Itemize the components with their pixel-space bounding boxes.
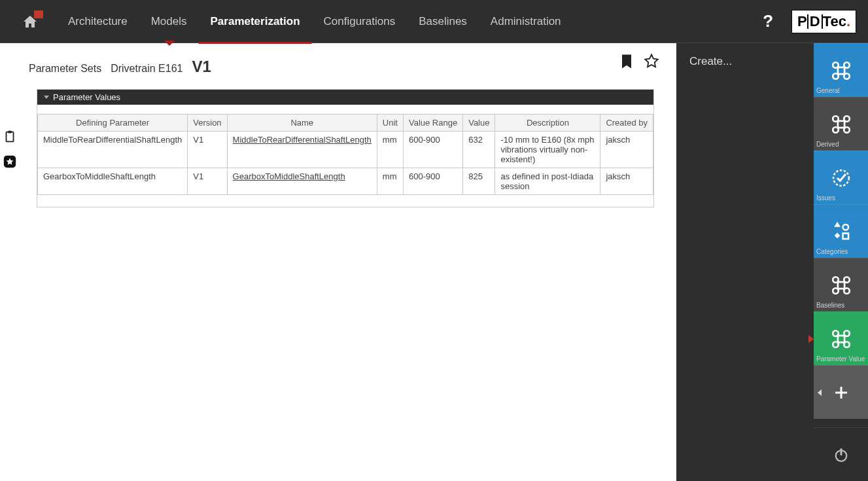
svg-point-20 (833, 342, 839, 347)
svg-rect-1 (8, 131, 12, 134)
logo: PDTec. (791, 10, 856, 33)
create-menu[interactable]: Create... (689, 55, 801, 68)
rail-issues[interactable]: Issues (814, 151, 868, 204)
svg-point-9 (833, 127, 839, 133)
col-unit[interactable]: Unit (377, 115, 403, 132)
command-icon (829, 273, 854, 298)
cell-range: 600-900 (403, 132, 462, 168)
command-icon (829, 58, 854, 83)
rail-label: Derived (816, 141, 839, 148)
breadcrumb: Parameter Sets Drivetrain E161 V1 (24, 43, 676, 82)
cell-name-link[interactable]: MiddleToRearDifferentialShaftLength (227, 132, 377, 168)
rail-label: Categories (816, 248, 848, 255)
svg-point-21 (844, 342, 850, 347)
parameter-values-table: Defining Parameter Version Name Unit Val… (37, 114, 653, 195)
cell-def: MiddleToRearDifferentialShaftLength (38, 132, 188, 168)
check-circle-icon (829, 166, 854, 190)
grid-icon (829, 219, 854, 244)
svg-point-10 (844, 127, 850, 133)
breadcrumb-version: V1 (192, 58, 211, 76)
rail-derived[interactable]: Derived (814, 97, 868, 151)
table-row[interactable]: MiddleToRearDifferentialShaftLength V1 M… (38, 132, 653, 168)
cell-value: 632 (463, 132, 495, 168)
svg-point-14 (833, 277, 839, 283)
rail-label: Parameter Value (816, 355, 865, 363)
bookmark-icon[interactable] (617, 52, 636, 71)
right-rail: General Derived Issues Categories Baseli (814, 43, 868, 481)
cell-version: V1 (188, 168, 227, 195)
clipboard-icon[interactable] (3, 130, 17, 144)
svg-point-16 (833, 288, 839, 294)
svg-point-12 (842, 224, 848, 230)
nav-models[interactable]: Models (139, 15, 199, 28)
svg-point-18 (833, 330, 839, 336)
col-created-by[interactable]: Created by (600, 115, 653, 132)
cell-version: V1 (188, 132, 227, 168)
svg-point-7 (833, 116, 839, 122)
svg-point-15 (844, 277, 850, 283)
breadcrumb-item[interactable]: Drivetrain E161 (111, 63, 182, 75)
cell-value: 825 (463, 168, 495, 195)
favorite-badge-icon[interactable] (3, 154, 17, 169)
svg-point-17 (844, 288, 850, 294)
cell-def: GearboxToMiddleShaftLength (38, 168, 188, 195)
content-area: Parameter Sets Drivetrain E161 V1 Parame… (0, 43, 676, 481)
svg-rect-13 (842, 233, 848, 239)
col-value[interactable]: Value (463, 115, 495, 132)
col-defining-parameter[interactable]: Defining Parameter (38, 115, 188, 132)
collapse-arrow-icon (818, 389, 822, 396)
table-header-row: Defining Parameter Version Name Unit Val… (38, 115, 653, 132)
svg-point-6 (844, 73, 850, 79)
cell-range: 600-900 (403, 168, 462, 195)
col-name[interactable]: Name (227, 115, 377, 132)
cell-unit: mm (377, 168, 403, 195)
notification-badge-icon (34, 10, 43, 18)
nav-architecture[interactable]: Architecture (56, 15, 139, 28)
home-icon[interactable] (22, 14, 38, 29)
plus-icon (829, 380, 854, 405)
rail-parameter-value[interactable]: Parameter Value (814, 312, 868, 365)
breadcrumb-root[interactable]: Parameter Sets (29, 63, 101, 75)
rail-spacer (814, 419, 868, 427)
rail-label: Issues (816, 194, 835, 202)
col-description[interactable]: Description (495, 115, 600, 132)
rail-add[interactable] (814, 365, 868, 419)
cell-unit: mm (377, 132, 403, 168)
cell-by: jaksch (600, 168, 653, 195)
rail-categories[interactable]: Categories (814, 204, 868, 258)
rail-label: Baselines (816, 302, 844, 309)
nav-configurations[interactable]: Configurations (312, 15, 408, 28)
svg-point-5 (833, 73, 839, 79)
nav-dropdown-indicator-icon (164, 41, 175, 46)
command-icon (829, 327, 854, 351)
col-version[interactable]: Version (188, 115, 227, 132)
top-nav: Architecture Models Parameterization Con… (0, 0, 868, 43)
panel-title: Parameter Values (53, 92, 120, 102)
panel-header[interactable]: Parameter Values (37, 90, 653, 105)
col-value-range[interactable]: Value Range (403, 115, 462, 132)
help-icon[interactable]: ? (763, 11, 773, 31)
table-row[interactable]: GearboxToMiddleShaftLength V1 GearboxToM… (38, 168, 653, 195)
rail-general[interactable]: General (814, 43, 868, 97)
rail-label: General (816, 87, 840, 94)
star-outline-icon[interactable] (642, 52, 661, 71)
rail-baselines[interactable]: Baselines (814, 258, 868, 312)
svg-rect-23 (840, 448, 842, 455)
svg-point-8 (844, 116, 850, 122)
svg-point-4 (844, 62, 850, 68)
rail-power[interactable] (814, 427, 868, 481)
parameter-values-panel: Parameter Values Defining Parameter Vers… (37, 89, 654, 207)
svg-rect-0 (7, 132, 14, 142)
command-icon (829, 112, 854, 137)
power-icon (829, 442, 854, 467)
svg-point-19 (844, 330, 850, 336)
svg-point-3 (833, 62, 839, 68)
nav-parameterization[interactable]: Parameterization (199, 15, 312, 28)
side-panel: Create... (676, 43, 814, 481)
collapse-icon (44, 96, 49, 99)
cell-name-link[interactable]: GearboxToMiddleShaftLength (227, 168, 377, 195)
cell-by: jaksch (600, 132, 653, 168)
nav-administration[interactable]: Administration (479, 15, 573, 28)
cell-desc: as defined in post-Idiada session (495, 168, 600, 195)
nav-baselines[interactable]: Baselines (407, 15, 479, 28)
